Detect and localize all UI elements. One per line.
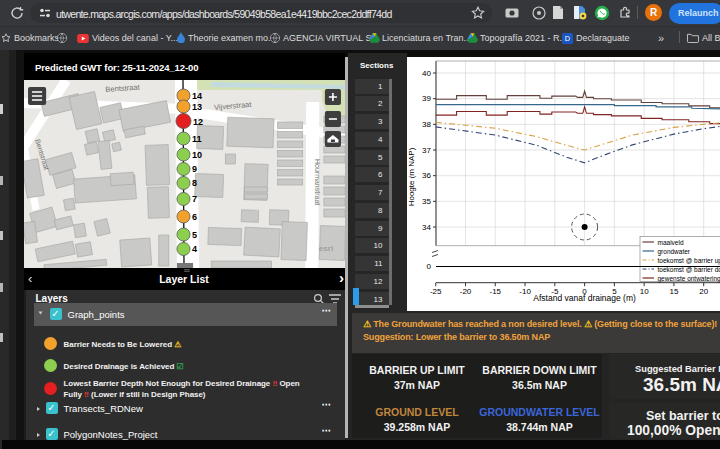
svg-text:34: 34 <box>422 223 431 232</box>
svg-text:Hourmanstraat: Hourmanstraat <box>314 159 321 205</box>
svg-text:Afstand vanaf drainage (m): Afstand vanaf drainage (m) <box>533 293 636 303</box>
svg-text:-15: -15 <box>489 287 501 296</box>
svg-text:11: 11 <box>192 134 202 144</box>
svg-text:10: 10 <box>640 287 649 296</box>
svg-text:D: D <box>565 34 570 43</box>
svg-text:Hoogte (m NAP): Hoogte (m NAP) <box>407 147 416 206</box>
svg-text:8: 8 <box>192 178 197 188</box>
svg-text:9: 9 <box>192 164 197 174</box>
svg-text:toekomst @ barrier up: toekomst @ barrier up <box>658 257 720 265</box>
svg-text:gewenste ontwatering: gewenste ontwatering <box>658 275 720 283</box>
svg-text:15: 15 <box>669 287 678 296</box>
svg-text:13: 13 <box>192 102 202 112</box>
svg-text:-20: -20 <box>460 287 472 296</box>
svg-text:-25: -25 <box>430 287 442 296</box>
svg-text:10: 10 <box>192 150 202 160</box>
svg-text:20: 20 <box>699 287 708 296</box>
svg-text:40: 40 <box>422 69 431 78</box>
svg-text:36: 36 <box>422 171 431 180</box>
svg-text:6: 6 <box>192 212 197 222</box>
svg-text:5: 5 <box>192 230 197 240</box>
svg-text:0: 0 <box>427 262 432 271</box>
svg-text:38: 38 <box>422 120 431 129</box>
svg-text:grondwater: grondwater <box>658 248 691 256</box>
svg-text:-10: -10 <box>519 287 531 296</box>
svg-text:4: 4 <box>192 244 197 254</box>
svg-text:14: 14 <box>192 91 202 101</box>
svg-text:maaiveld: maaiveld <box>658 239 684 246</box>
svg-text:7: 7 <box>192 194 197 204</box>
svg-text:12: 12 <box>193 117 203 127</box>
svg-text:37: 37 <box>422 146 431 155</box>
svg-text:35: 35 <box>422 197 431 206</box>
svg-text:39: 39 <box>422 94 431 103</box>
svg-text:esri: esri <box>319 244 333 253</box>
